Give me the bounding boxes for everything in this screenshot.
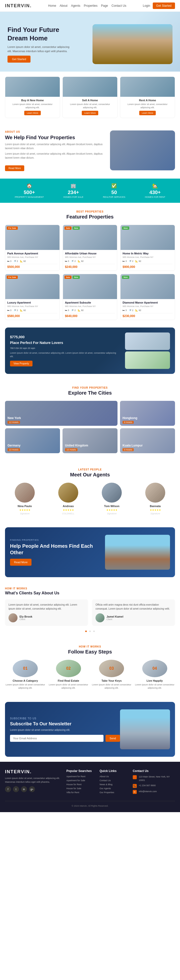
social-google[interactable]: g+ [29, 786, 35, 792]
rent-card-button[interactable]: Learn More [139, 111, 156, 115]
stat-num-3: 430+ [145, 189, 165, 195]
get-started-button[interactable]: Get Started [153, 3, 175, 9]
featured-label: BEST PROPERTIES [5, 210, 175, 213]
sell-card-desc: Lorem ipsum dolor sit amet, consectetur … [63, 103, 117, 110]
fp-beds-3: 🛏 3 [7, 309, 11, 312]
spotlight-button[interactable]: View Property [10, 361, 32, 366]
footer-phone-text: +1 234 567 8900 [139, 784, 156, 788]
fp-sqft-4: 📐 92 [78, 309, 84, 312]
step-num-2: 03 [109, 666, 114, 671]
step-image-0: 01 [13, 660, 38, 677]
fp-addr-4: 985 Monroe Ave, Purchase NY [65, 305, 115, 307]
fp-sqft-2: 📐 92 [135, 260, 141, 262]
step-num-3: 04 [153, 666, 157, 671]
spotlight-image-1 [125, 332, 170, 350]
sell-card: Sell A Home Lorem ipsum dolor sit amet, … [63, 76, 117, 118]
cities-section: FIND YOUR PROPERTIES Explore The Cities … [0, 379, 180, 461]
rent-card-desc: Lorem ipsum dolor sit amet, consectetur … [120, 103, 175, 110]
dot-1[interactable] [89, 630, 91, 632]
fp-image-5: New [121, 274, 175, 299]
testi-name-0: Ely Brook [19, 615, 32, 618]
testi-card-1: Officia velit anim magna deos nisi dunt … [92, 599, 175, 626]
buy-card-button[interactable]: Learn More [24, 111, 41, 115]
sell-card-image [63, 77, 117, 97]
footer-link-1[interactable]: Apartment for Sale [66, 779, 95, 782]
nav-home[interactable]: Home [48, 4, 56, 8]
steps-grid: 01 Choose A Category Lorem ipsum dolor s… [5, 660, 175, 689]
step-title-1: Find Real Estate [48, 679, 89, 682]
footer-popular-heading: Popular Searches [66, 769, 95, 773]
cities-grid: New York 12 Hotels Hongkong 8 Hotels Ger… [5, 401, 175, 453]
social-facebook[interactable]: f [5, 786, 11, 792]
nav-login[interactable]: Login [143, 4, 150, 8]
newsletter-desc: Lorem ipsum dolor sit amet consectetur a… [10, 729, 120, 731]
steps-label: HOW IT WORKS [5, 645, 175, 648]
hero-button[interactable]: Get Started [8, 56, 31, 63]
footer-link-2[interactable]: House for Rent [66, 783, 95, 786]
agent-name-2: Tom Wilson [97, 504, 127, 508]
social-linkedin[interactable]: in [21, 786, 27, 792]
fp-sqft-0: 📐 92 [20, 260, 26, 262]
agent-stars-3: ★★★★★ [140, 509, 170, 511]
banner-text: FINDING PROPERTIES Help People And Homes… [10, 539, 105, 566]
social-twitter[interactable]: t [13, 786, 19, 792]
fp-card-5: New Diamond Manor Apartment 985 Monroe A… [120, 274, 175, 320]
fp-image-1: Sale New [63, 225, 117, 250]
agent-1: Andreas ★★★★★ COLDWELL [53, 483, 83, 515]
agent-0: Nina Paulo ★★★★★ Signature [10, 483, 40, 515]
nav-agents[interactable]: Agents [71, 4, 80, 8]
nav-page[interactable]: Page [101, 4, 108, 8]
footer-quick-0[interactable]: About Us [100, 775, 128, 778]
city-count-1: 8 Hotels [122, 421, 134, 424]
testi-avatar-1 [95, 613, 104, 622]
footer-quick-2[interactable]: News & Blog [100, 783, 128, 786]
fp-baths-4: 🚿 2 [71, 309, 76, 312]
badge-sale-1: Sale [64, 226, 71, 230]
nav-contact[interactable]: Contact Us [111, 4, 126, 8]
realtor-services-icon: ✅ [103, 183, 125, 189]
city-label-4: Kuala Lumpur 9 Hotels [122, 444, 143, 451]
nav-properties[interactable]: Properties [84, 4, 98, 8]
hero-text: Find Your Future Dream Home Lorem ipsum … [8, 26, 77, 63]
footer-quick-1[interactable]: Contact Us [100, 779, 128, 782]
testi-role-0: Client [19, 618, 32, 620]
footer-link-3[interactable]: House for Sale [66, 787, 95, 790]
footer-quick-4[interactable]: Our Properties [100, 791, 128, 794]
step-image-1: 02 [56, 660, 81, 677]
agent-avatar-3 [145, 483, 165, 503]
footer-link-0[interactable]: Apartment for Rent [66, 775, 95, 778]
dot-2[interactable] [93, 630, 95, 632]
banner-button[interactable]: Read More [10, 559, 32, 566]
spotlight-text: $775,000 Place Perfect For Nature Lovers… [10, 335, 120, 366]
hero-image [93, 24, 172, 64]
newsletter-input[interactable] [10, 735, 103, 742]
newsletter-button[interactable]: Send [106, 735, 120, 742]
city-name-2: Germany [8, 444, 21, 447]
badge-new-5: New [122, 275, 129, 279]
footer-bottom: © 2024 Intervin. All Rights Reserved. [5, 801, 175, 807]
stat-num-0: 500+ [15, 189, 44, 195]
footer-quick-3[interactable]: Our Agents [100, 787, 128, 790]
city-label-2: Germany 10 Hotels [8, 444, 21, 451]
testimonials-section: HOW IT WORKS What's Clients Say About Us… [0, 582, 180, 638]
about-read-button[interactable]: Read More [5, 165, 24, 171]
fp-beds-0: 🛏 3 [7, 260, 11, 262]
footer-link-4[interactable]: Villa for Rent [66, 791, 95, 794]
footer-email-text: info@intervin.com [139, 790, 157, 794]
newsletter-title: Subscribe To Our Newsletter [10, 721, 120, 727]
city-label-0: New York 12 Hotels [8, 416, 21, 424]
footer-contact: Contact Us 📍 123 Main Street, New York, … [133, 769, 175, 796]
navbar: INTERVIN. Home About Agents Properties P… [0, 0, 180, 12]
fp-price-4: $640,000 [65, 314, 115, 318]
fp-card-0: For Sale Park Avenue Apartment 985 Monro… [5, 225, 60, 271]
fp-addr-2: 985 Monroe Ave, Purchase NY [122, 256, 173, 258]
fp-card-3: For Sale Luxury Apartment 985 Monroe Ave… [5, 274, 60, 320]
city-hongkong: Hongkong 8 Hotels [120, 401, 175, 426]
rent-card: Rent A Home Lorem ipsum dolor sit amet, … [120, 76, 175, 118]
nav-about[interactable]: About [60, 4, 68, 8]
footer-contact-heading: Contact Us [133, 769, 175, 773]
city-germany: Germany 10 Hotels [5, 428, 60, 453]
hero-building [93, 24, 172, 64]
sell-card-button[interactable]: Learn More [82, 111, 98, 115]
dot-0[interactable] [85, 630, 87, 632]
